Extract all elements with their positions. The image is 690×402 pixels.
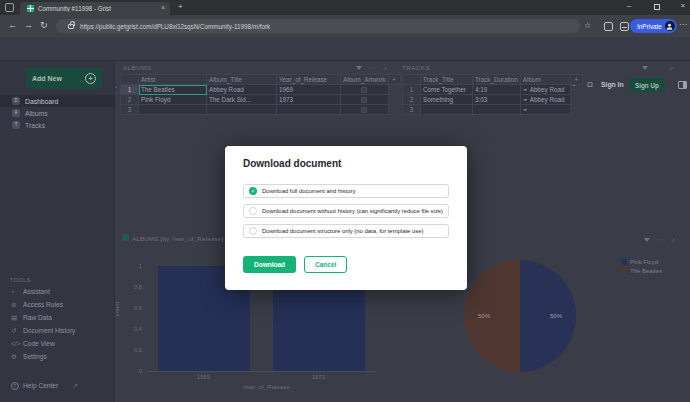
- option-label: Download document without history (can s…: [262, 208, 443, 214]
- modal-buttons: Download Cancel: [243, 256, 347, 273]
- browser-tab[interactable]: Community #11998 - Grist ×: [20, 2, 170, 15]
- table-cell[interactable]: [277, 105, 341, 115]
- sidebar-item-help-center[interactable]: ? Help Center ↗: [0, 379, 115, 392]
- window-maximize-button[interactable]: [650, 3, 664, 12]
- table-cell[interactable]: 4:19: [473, 85, 521, 95]
- window-close-button[interactable]: ×: [676, 1, 690, 10]
- refresh-icon[interactable]: ↻: [40, 20, 48, 30]
- widget-menu-icon[interactable]: ⋯: [368, 65, 375, 71]
- table-cell[interactable]: Abbey Road: [207, 85, 277, 95]
- table-cell[interactable]: 3:03: [473, 95, 521, 105]
- table-cell[interactable]: 1969: [277, 85, 341, 95]
- table-cell[interactable]: The Dark Sid...: [207, 95, 277, 105]
- page-icon: A: [12, 109, 20, 117]
- column-header-artist[interactable]: Artist: [139, 75, 207, 85]
- forward-icon[interactable]: →: [24, 20, 33, 30]
- attachment-cell[interactable]: [341, 85, 389, 95]
- radio-icon[interactable]: [249, 207, 257, 215]
- column-header-track_duration[interactable]: Track_Duration: [473, 75, 521, 85]
- attachment-cell[interactable]: [341, 95, 389, 105]
- download-button[interactable]: Download: [243, 256, 296, 273]
- sidebar-item-albums[interactable]: AAlbums: [0, 107, 115, 119]
- table-cell[interactable]: ⚭Abbey Road: [520, 85, 570, 95]
- sidebar-item-access-rules[interactable]: ⊘Access Rules: [0, 298, 115, 311]
- sidebar-item-dashboard[interactable]: DDashboard: [0, 95, 115, 107]
- row-number[interactable]: 3: [121, 105, 139, 115]
- table-cell[interactable]: Pink Floyd: [139, 95, 207, 105]
- x-tick-label: 1969: [184, 374, 224, 380]
- back-icon[interactable]: ←: [8, 20, 17, 30]
- sidebar-item-document-history[interactable]: ↺Document History: [0, 324, 115, 337]
- filter-icon[interactable]: [356, 66, 362, 70]
- download-option-3[interactable]: Download document structure only (no dat…: [243, 224, 449, 238]
- table-cell[interactable]: ⚭Abbey Road: [520, 95, 570, 105]
- browser-essentials-icon[interactable]: [620, 22, 629, 31]
- table-cell[interactable]: The Beatles: [139, 85, 207, 95]
- table-cell[interactable]: [473, 105, 521, 115]
- sidebar-item-raw-data[interactable]: ▤Raw Data: [0, 311, 115, 324]
- expand-icon[interactable]: ↔: [666, 63, 675, 72]
- sign-in-link[interactable]: Sign In: [601, 81, 624, 88]
- add-new-button[interactable]: Add New +: [26, 68, 102, 89]
- gutter-cell: [388, 105, 400, 115]
- filter-icon[interactable]: [644, 238, 650, 242]
- tab-close-icon[interactable]: ×: [161, 4, 165, 11]
- widget-menu-icon[interactable]: ⋯: [654, 65, 661, 71]
- download-option-2[interactable]: Download document without history (can s…: [243, 204, 449, 218]
- right-panel-toggle-icon[interactable]: [678, 81, 687, 89]
- row-number[interactable]: 1: [121, 85, 139, 95]
- row-number-header[interactable]: [403, 75, 421, 85]
- row-number[interactable]: 2: [403, 95, 421, 105]
- column-header-year_of_release[interactable]: Year_of_Release: [277, 75, 341, 85]
- extension-icon[interactable]: [604, 22, 613, 31]
- y-tick-label: 0.8: [126, 284, 142, 290]
- new-tab-button[interactable]: +: [178, 2, 183, 11]
- sign-up-button[interactable]: Sign Up: [629, 78, 665, 92]
- bell-icon[interactable]: Ω: [587, 80, 593, 89]
- add-column-button[interactable]: +: [388, 75, 400, 85]
- browser-menu-icon[interactable]: ⋯: [679, 20, 687, 29]
- cancel-button[interactable]: Cancel: [304, 256, 347, 273]
- sidebar-item-tracks[interactable]: TTracks: [0, 119, 115, 131]
- albums-widget-title: ALBUMS: [123, 64, 151, 71]
- tab-actions-icon[interactable]: [5, 3, 14, 12]
- row-number-header[interactable]: [121, 75, 139, 85]
- column-header-album_artwork[interactable]: Album_Artwork: [341, 75, 389, 85]
- attachment-placeholder-icon: [361, 107, 367, 113]
- table-cell[interactable]: ⚭: [520, 105, 570, 115]
- address-bar[interactable]: https://public.getgrist.com/dPLU8xG2sqsN…: [56, 19, 580, 33]
- row-number[interactable]: 2: [121, 95, 139, 105]
- table-cell[interactable]: Come Together: [421, 85, 473, 95]
- table-cell[interactable]: 1973: [277, 95, 341, 105]
- column-header-album[interactable]: Album: [520, 75, 570, 85]
- download-option-1[interactable]: ✓Download full document and history: [243, 184, 449, 198]
- filter-icon[interactable]: [642, 66, 648, 70]
- expand-icon[interactable]: ↔: [380, 63, 389, 72]
- sidebar-item-settings[interactable]: ⚙Settings: [0, 350, 115, 363]
- inprivate-badge[interactable]: InPrivate: [630, 19, 677, 33]
- expand-icon[interactable]: ↔: [668, 235, 677, 244]
- help-center-label: Help Center: [23, 382, 58, 389]
- add-column-button[interactable]: +: [570, 75, 582, 85]
- window-minimize-button[interactable]: –: [622, 1, 636, 10]
- table-cell[interactable]: [139, 105, 207, 115]
- radio-icon[interactable]: [249, 227, 257, 235]
- column-header-album_title[interactable]: Album_Title: [207, 75, 277, 85]
- sidebar-item-code-view[interactable]: </>Code View: [0, 337, 115, 350]
- favorites-star-icon[interactable]: ☆: [584, 21, 591, 30]
- table-cell[interactable]: [207, 105, 277, 115]
- widget-menu-icon[interactable]: ⋯: [656, 237, 663, 243]
- tool-label: Access Rules: [23, 301, 63, 308]
- attachment-cell[interactable]: [341, 105, 389, 115]
- plus-icon: +: [85, 73, 96, 84]
- row-number[interactable]: 1: [403, 85, 421, 95]
- pie-chart: 50%50%: [464, 260, 576, 372]
- radio-selected-icon[interactable]: ✓: [249, 187, 257, 195]
- tracks-table: Track_TitleTrack_DurationAlbum+1Come Tog…: [402, 74, 583, 115]
- table-cell[interactable]: Something: [421, 95, 473, 105]
- column-header-track_title[interactable]: Track_Title: [421, 75, 473, 85]
- table-cell[interactable]: [421, 105, 473, 115]
- sidebar-item-assistant[interactable]: ⋆Assistant: [0, 285, 115, 298]
- browser-toolbar: ← → ↻ https://public.getgrist.com/dPLU8x…: [0, 15, 690, 37]
- row-number[interactable]: 3: [403, 105, 421, 115]
